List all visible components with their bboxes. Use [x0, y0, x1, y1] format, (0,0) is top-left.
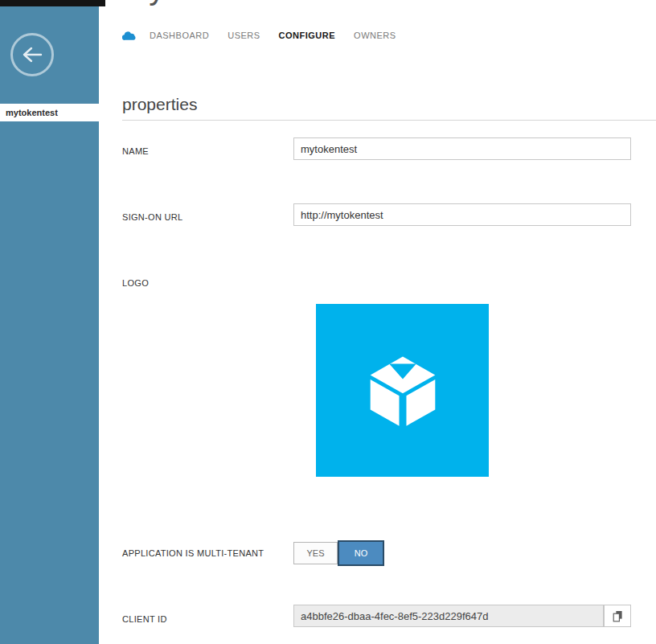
back-arrow-icon: [21, 46, 43, 64]
client-id-label: CLIENT ID: [122, 614, 167, 624]
sign-on-url-label: SIGN-ON URL: [122, 212, 182, 222]
multi-tenant-toggle: YES NO: [293, 540, 384, 566]
copy-icon: [611, 609, 624, 622]
tab-owners[interactable]: OWNERS: [354, 31, 396, 40]
cube-icon: [358, 346, 448, 436]
tab-users[interactable]: USERS: [228, 31, 260, 40]
multi-tenant-no-button[interactable]: NO: [338, 540, 384, 566]
logo-label: LOGO: [122, 278, 149, 288]
cloud-icon: [122, 30, 137, 41]
page-title: mytokentest: [122, 0, 296, 6]
sign-on-url-input[interactable]: [293, 203, 631, 226]
sidebar: [0, 6, 99, 644]
yes-label: YES: [306, 548, 324, 558]
no-label: NO: [355, 548, 368, 558]
section-title: properties: [122, 95, 197, 114]
client-id-input[interactable]: [293, 605, 604, 627]
tab-configure[interactable]: CONFIGURE: [279, 31, 336, 40]
sidebar-item-mytokentest[interactable]: mytokentest: [0, 104, 99, 121]
page-title-clipped: mytokentest: [122, 0, 460, 10]
multi-tenant-label: APPLICATION IS MULTI-TENANT: [122, 548, 264, 558]
app-logo: [316, 304, 489, 477]
back-button[interactable]: [10, 33, 54, 76]
section-divider: [122, 120, 656, 121]
name-label: NAME: [122, 146, 149, 156]
name-input[interactable]: [293, 137, 631, 160]
copy-client-id-button[interactable]: [604, 605, 631, 627]
multi-tenant-yes-button[interactable]: YES: [293, 542, 338, 564]
sidebar-item-label: mytokentest: [6, 108, 58, 117]
tab-dashboard[interactable]: DASHBOARD: [150, 31, 209, 40]
tab-bar: DASHBOARD USERS CONFIGURE OWNERS: [122, 28, 396, 43]
top-global-bar: [0, 0, 105, 6]
